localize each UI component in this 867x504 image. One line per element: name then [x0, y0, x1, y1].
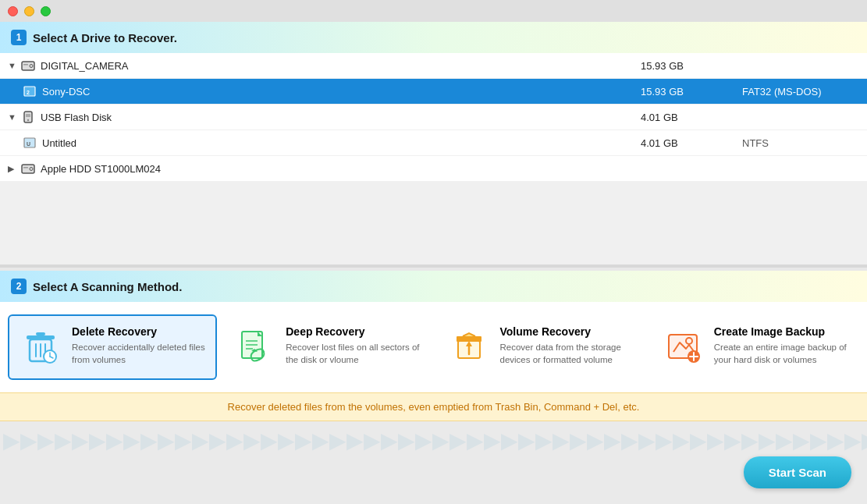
scan-methods: Delete Recovery Recover accidentally del…: [0, 302, 867, 392]
svg-rect-14: [27, 335, 55, 339]
image-backup-content: Create Image Backup Create an entire ima…: [714, 325, 848, 366]
drive-list: ▼ DIGITAL_CAMERA 15.93 GB 2 Sony-DSC: [0, 53, 867, 182]
svg-text:2: 2: [27, 90, 30, 95]
deep-recovery-icon: [233, 325, 276, 369]
drive-size: 4.01 GB: [641, 112, 742, 123]
expand-arrow: ▶: [8, 164, 20, 174]
svg-text:U: U: [27, 141, 30, 147]
volume-recovery-card[interactable]: Volume Recovery Recover data from the st…: [436, 314, 645, 380]
image-backup-desc: Create an entire image backup of your ha…: [714, 341, 848, 366]
drive-row[interactable]: ▼ DIGITAL_CAMERA 15.93 GB: [0, 53, 867, 79]
step1-header: 1 Select A Drive to Recover.: [0, 22, 867, 53]
partition-icon: U: [22, 135, 37, 151]
create-image-backup-card[interactable]: Create Image Backup Create an entire ima…: [650, 314, 859, 380]
svg-rect-15: [36, 332, 45, 335]
fs-label: FAT32 (MS-DOS): [742, 86, 859, 98]
close-button[interactable]: [8, 6, 18, 16]
svg-rect-2: [23, 64, 28, 66]
drive-size: 4.01 GB: [641, 137, 742, 149]
drive-row[interactable]: ▼ USB Flash Disk 4.01 GB: [0, 105, 867, 130]
main-content: 1 Select A Drive to Recover. ▼ DIGITAL_C…: [0, 22, 867, 504]
step2-header: 2 Select A Scanning Method.: [0, 271, 867, 302]
partition-icon: 2: [22, 83, 37, 99]
volume-recovery-title: Volume Recovery: [500, 325, 634, 338]
start-scan-button[interactable]: Start Scan: [744, 456, 851, 488]
deep-recovery-title: Deep Recovery: [286, 325, 420, 338]
drive-row[interactable]: 2 Sony-DSC 15.93 GB FAT32 (MS-DOS): [0, 79, 867, 105]
drive-name: Sony-DSC: [42, 86, 641, 98]
minimize-button[interactable]: [24, 6, 34, 16]
empty-area: [0, 182, 867, 264]
drive-name: DIGITAL_CAMERA: [41, 60, 641, 72]
info-bar: Recover deleted files from the volumes, …: [0, 392, 867, 421]
expand-arrow: ▼: [8, 112, 20, 122]
hdd-icon: [20, 161, 36, 176]
volume-recovery-desc: Recover data from the storage devices or…: [500, 341, 634, 366]
expand-arrow: ▼: [8, 61, 20, 70]
delete-recovery-desc: Recover accidentally deleted files from …: [72, 341, 206, 366]
disk-icon: [20, 58, 36, 73]
usb-icon: [20, 109, 36, 125]
drive-name: Untitled: [42, 137, 641, 149]
step1-title: Select A Drive to Recover.: [33, 31, 177, 44]
image-backup-icon: [661, 325, 705, 369]
volume-recovery-icon: [447, 325, 491, 369]
step2-badge: 2: [11, 279, 27, 294]
drive-name: Apple HDD ST1000LM024: [41, 163, 641, 175]
volume-recovery-content: Volume Recovery Recover data from the st…: [500, 325, 634, 366]
delete-recovery-content: Delete Recovery Recover accidentally del…: [72, 325, 206, 366]
svg-point-7: [27, 119, 29, 121]
drive-name: USB Flash Disk: [41, 112, 641, 123]
delete-recovery-icon: [19, 325, 62, 369]
svg-rect-29: [457, 336, 481, 342]
maximize-button[interactable]: [41, 6, 51, 16]
info-text: Recover deleted files from the volumes, …: [228, 401, 640, 413]
bottom-area: ▶▶▶▶▶▶▶▶▶▶▶▶▶▶▶▶▶▶▶▶▶▶▶▶▶▶▶▶▶▶▶▶▶▶▶▶▶▶▶▶…: [0, 421, 867, 504]
svg-rect-12: [23, 167, 28, 169]
drive-row[interactable]: U Untitled 4.01 GB NTFS: [0, 130, 867, 156]
deep-recovery-card[interactable]: Deep Recovery Recover lost files on all …: [222, 314, 431, 380]
drive-size: 15.93 GB: [641, 86, 742, 98]
image-backup-title: Create Image Backup: [714, 325, 848, 338]
drive-row[interactable]: ▶ Apple HDD ST1000LM024: [0, 156, 867, 182]
step1-badge: 1: [11, 30, 27, 45]
deep-recovery-desc: Recover lost files on all sectors of the…: [286, 341, 420, 366]
svg-rect-6: [26, 114, 30, 117]
delete-recovery-title: Delete Recovery: [72, 325, 206, 338]
step2-title: Select A Scanning Method.: [33, 280, 182, 293]
deep-recovery-content: Deep Recovery Recover lost files on all …: [286, 325, 420, 366]
fs-label: NTFS: [742, 137, 859, 149]
section-divider: [0, 264, 867, 268]
delete-recovery-card[interactable]: Delete Recovery Recover accidentally del…: [8, 314, 217, 380]
title-bar: [0, 0, 867, 22]
drive-size: 15.93 GB: [641, 60, 742, 72]
arrow-pattern: ▶▶▶▶▶▶▶▶▶▶▶▶▶▶▶▶▶▶▶▶▶▶▶▶▶▶▶▶▶▶▶▶▶▶▶▶▶▶▶▶…: [0, 421, 867, 504]
